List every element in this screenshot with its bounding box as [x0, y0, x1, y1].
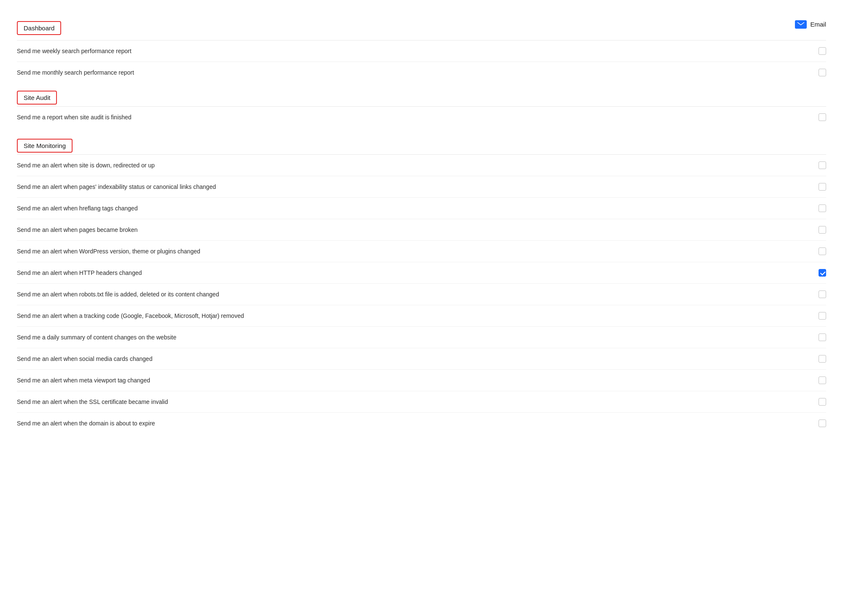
checkbox-container [819, 291, 826, 298]
monthly-search-checkbox[interactable] [819, 69, 826, 76]
item-label: Send me an alert when robots.txt file is… [17, 291, 219, 298]
checkbox-container [819, 113, 826, 121]
item-label: Send me an alert when meta viewport tag … [17, 377, 150, 384]
social-media-checkbox[interactable] [819, 355, 826, 363]
top-row: Dashboard Email [17, 8, 826, 38]
item-label: Send me weekly search performance report [17, 48, 132, 54]
checkbox-container [819, 247, 826, 255]
list-item: Send me an alert when pages became broke… [17, 219, 826, 241]
checkbox-container [819, 269, 826, 277]
site-down-checkbox[interactable] [819, 161, 826, 169]
list-item: Send me an alert when meta viewport tag … [17, 370, 826, 391]
hreflang-checkbox[interactable] [819, 204, 826, 212]
item-label: Send me monthly search performance repor… [17, 69, 134, 76]
list-item: Send me an alert when pages' indexabilit… [17, 176, 826, 198]
ssl-cert-checkbox[interactable] [819, 398, 826, 406]
item-label: Send me an alert when social media cards… [17, 355, 152, 362]
list-item: Send me a daily summary of content chang… [17, 327, 826, 348]
broken-pages-checkbox[interactable] [819, 226, 826, 234]
audit-finished-checkbox[interactable] [819, 113, 826, 121]
list-item: Send me an alert when hreflang tags chan… [17, 198, 826, 219]
email-icon [795, 20, 807, 29]
checkbox-container [819, 69, 826, 76]
meta-viewport-checkbox[interactable] [819, 377, 826, 384]
list-item: Send me an alert when robots.txt file is… [17, 284, 826, 305]
site-audit-section-header: Site Audit [17, 91, 57, 105]
dashboard-items: Send me weekly search performance report… [17, 40, 826, 83]
checkbox-container [819, 183, 826, 191]
checkbox-container [819, 204, 826, 212]
checkbox-container [819, 312, 826, 320]
item-label: Send me an alert when HTTP headers chang… [17, 269, 142, 276]
wordpress-checkbox[interactable] [819, 247, 826, 255]
checkbox-container [819, 226, 826, 234]
checkbox-container [819, 47, 826, 55]
checkbox-container [819, 355, 826, 363]
http-headers-checkbox[interactable] [819, 269, 826, 277]
checkbox-container [819, 398, 826, 406]
item-label: Send me an alert when pages' indexabilit… [17, 183, 216, 190]
list-item: Send me an alert when the SSL certificat… [17, 391, 826, 413]
page-container: Dashboard Email Send me weekly search pe… [0, 0, 843, 446]
tracking-code-checkbox[interactable] [819, 312, 826, 320]
indexability-checkbox[interactable] [819, 183, 826, 191]
list-item: Send me an alert when social media cards… [17, 348, 826, 370]
svg-rect-0 [797, 22, 805, 27]
list-item: Send me monthly search performance repor… [17, 62, 826, 83]
email-badge: Email [795, 20, 826, 29]
list-item: Send me an alert when WordPress version,… [17, 241, 826, 262]
weekly-search-checkbox[interactable] [819, 47, 826, 55]
list-item: Send me an alert when site is down, redi… [17, 155, 826, 176]
checkbox-container [819, 334, 826, 341]
item-label: Send me a report when site audit is fini… [17, 114, 132, 121]
item-label: Send me an alert when the SSL certificat… [17, 398, 168, 405]
domain-expire-checkbox[interactable] [819, 420, 826, 427]
item-label: Send me a daily summary of content chang… [17, 334, 176, 341]
site-monitoring-section-header: Site Monitoring [17, 139, 73, 153]
site-audit-section: Site Audit Send me a report when site au… [17, 83, 826, 128]
item-label: Send me an alert when hreflang tags chan… [17, 205, 137, 212]
robots-txt-checkbox[interactable] [819, 291, 826, 298]
list-item: Send me a report when site audit is fini… [17, 107, 826, 128]
list-item: Send me an alert when the domain is abou… [17, 413, 826, 434]
item-label: Send me an alert when a tracking code (G… [17, 312, 244, 319]
checkbox-container [819, 420, 826, 427]
item-label: Send me an alert when the domain is abou… [17, 420, 155, 427]
checkbox-container [819, 377, 826, 384]
item-label: Send me an alert when WordPress version,… [17, 248, 200, 255]
checkbox-container [819, 161, 826, 169]
site-monitoring-section: Site Monitoring Send me an alert when si… [17, 131, 826, 434]
list-item: Send me weekly search performance report [17, 40, 826, 62]
list-item: Send me an alert when a tracking code (G… [17, 305, 826, 327]
daily-summary-checkbox[interactable] [819, 334, 826, 341]
item-label: Send me an alert when site is down, redi… [17, 162, 155, 169]
list-item: Send me an alert when HTTP headers chang… [17, 262, 826, 284]
dashboard-section-header: Dashboard [17, 21, 61, 35]
item-label: Send me an alert when pages became broke… [17, 226, 137, 233]
email-label: Email [810, 21, 826, 28]
